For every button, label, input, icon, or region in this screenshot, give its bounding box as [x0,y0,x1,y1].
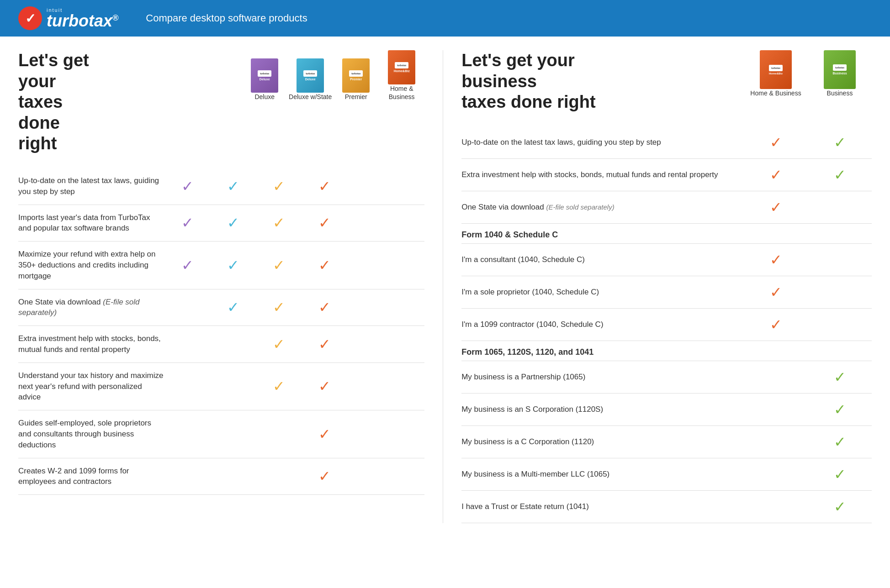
right-check-business-llc: ✓ [808,466,872,483]
box-logo-deluxe-state: turbotax [303,70,317,77]
right-product-label-business: Business [827,89,853,97]
right-check-home-partnership [744,368,808,386]
section-header-1040: Form 1040 & Schedule C [461,224,872,244]
right-feature-row-scorp: My business is an S Corporation (1120S) … [461,394,872,426]
feature-name-3: Maximize your refund with extra help on … [18,249,164,281]
right-feature-italic-3: (E-file sold separately) [546,203,614,211]
feature-name-1: Up-to-date on the latest tax laws, guidi… [18,175,164,197]
logo-circle: ✓ [18,6,42,30]
logo-text: intuit turbotax® [47,8,118,29]
product-col-home-business: turbotax Home&Biz Home & Business [379,50,424,101]
checkmark-icon: ✓ [318,336,331,353]
product-col-deluxe: turbotax Deluxe Deluxe [242,58,287,101]
section-header-1065-text: Form 1065, 1120S, 1120, and 1041 [461,347,593,357]
right-check-business-sole [808,284,872,301]
checkmark-icon: ✓ [273,178,285,195]
left-top-area: Let's get your taxes done right turbotax… [18,50,424,168]
feature-name-8: Creates W-2 and 1099 forms for employees… [18,466,164,488]
left-features-table: Up-to-date on the latest tax laws, guidi… [18,168,424,495]
product-label-premier: Premier [345,93,367,101]
logo-area: ✓ intuit turbotax® [18,6,118,30]
right-feature-row-partnership: My business is a Partnership (1065) ✓ [461,361,872,394]
checkmark-icon: ✓ [770,166,782,184]
right-feature-name-sole: I'm a sole proprietor (1040, Schedule C) [461,287,744,298]
right-check-home-consultant: ✓ [744,251,808,268]
right-feature-name-2: Extra investment help with stocks, bonds… [461,169,744,180]
check-deluxe-6 [164,378,210,395]
right-check-home-1: ✓ [744,134,808,151]
check-deluxe-8 [164,467,210,485]
feature-row-2: Imports last year's data from TurboTax a… [18,205,424,242]
right-check-cells-ccorp: ✓ [744,433,872,451]
right-check-home-trust [744,498,808,515]
right-check-cells-sole: ✓ [744,284,872,301]
right-feature-name-ccorp: My business is a C Corporation (1120) [461,436,744,447]
header: ✓ intuit turbotax® Compare desktop softw… [0,0,890,37]
check-home-business-8: ✓ [302,467,347,485]
box-logo-home-business: turbotax [395,62,408,68]
check-cells-8: ✓ [164,467,424,485]
checkmark-icon: ✓ [834,466,846,483]
right-title-line2: taxes done right [461,92,596,111]
check-cells-4: ✓ ✓ ✓ [164,299,424,316]
check-deluxe-state-8 [210,467,256,485]
feature-name-5: Extra investment help with stocks, bonds… [18,333,164,355]
checkmark-icon: ✓ [770,251,782,268]
right-top-area: Let's get your business taxes done right… [461,50,872,126]
check-premier-6: ✓ [256,378,302,395]
right-section: Let's get your business taxes done right… [443,50,872,523]
checkmark-icon: ✓ [834,433,846,451]
product-box-right-business: turbotax Business [824,50,856,89]
right-check-business-ccorp: ✓ [808,433,872,451]
feature-row-6: Understand your tax history and maximize… [18,363,424,410]
feature-name-4-italic: (E-file sold separately) [18,298,140,317]
checkmark-icon: ✓ [834,401,846,418]
check-deluxe-7 [164,425,210,443]
check-cells-7: ✓ [164,425,424,443]
checkmark-icon: ✓ [318,378,331,395]
right-check-cells-consultant: ✓ [744,251,872,268]
feature-row-5: Extra investment help with stocks, bonds… [18,326,424,363]
check-deluxe-state-1: ✓ [210,178,256,195]
right-products-header: turbotax Home&Biz Home & Business turbot… [744,50,872,97]
product-col-premier: turbotax Premier Premier [333,58,379,101]
right-check-home-llc [744,466,808,483]
product-box-deluxe-state: turbotax Deluxe [297,58,324,93]
checkmark-icon: ✓ [834,166,846,184]
right-check-cells-llc: ✓ [744,466,872,483]
header-title: Compare desktop software products [146,12,307,24]
right-check-business-consultant [808,251,872,268]
product-box-deluxe: turbotax Deluxe [251,58,278,93]
right-feature-name-1: Up-to-date on the latest tax laws, guidi… [461,137,744,148]
right-check-home-1099: ✓ [744,316,808,333]
product-box-home-business: turbotax Home&Biz [388,50,415,84]
right-feature-row-llc: My business is a Multi-member LLC (1065)… [461,458,872,491]
check-premier-7 [256,425,302,443]
checkmark-icon: ✓ [834,134,846,151]
product-box-premier: turbotax Premier [342,58,370,93]
right-check-business-1099 [808,316,872,333]
right-check-home-sole: ✓ [744,284,808,301]
left-section: Let's get your taxes done right turbotax… [18,50,443,523]
checkmark-icon: ✓ [181,214,194,231]
right-title-line1: Let's get your business [461,51,575,91]
check-deluxe-state-5 [210,336,256,353]
right-feature-row-consultant: I'm a consultant (1040, Schedule C) ✓ [461,244,872,276]
check-home-business-7: ✓ [302,425,347,443]
checkmark-icon: ✓ [318,178,331,195]
checkmark-icon: ✓ [318,467,331,485]
check-premier-8 [256,467,302,485]
box-logo-premier: turbotax [349,70,363,77]
right-feature-row-1: Up-to-date on the latest tax laws, guidi… [461,126,872,159]
logo-trademark: ® [112,13,118,22]
right-product-label-home: Home & Business [750,89,801,97]
box-logo-right-business: turbotax [833,64,847,71]
product-box-right-home-business: turbotax Home&Biz [760,50,792,89]
check-deluxe-state-2: ✓ [210,214,256,231]
box-logo-deluxe: turbotax [258,70,271,77]
check-deluxe-2: ✓ [164,214,210,231]
feature-row-1: Up-to-date on the latest tax laws, guidi… [18,168,424,205]
right-feature-name-3: One State via download (E-file sold sepa… [461,202,744,213]
right-feature-name-1099: I'm a 1099 contractor (1040, Schedule C) [461,319,744,330]
check-cells-6: ✓ ✓ [164,378,424,395]
